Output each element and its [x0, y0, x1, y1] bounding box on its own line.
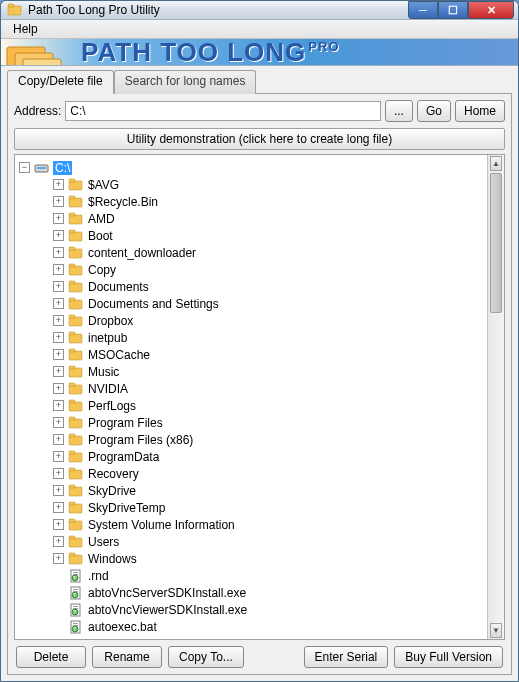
go-button[interactable]: Go	[417, 100, 451, 122]
expand-icon[interactable]	[53, 400, 64, 411]
tree-node-label: Program Files (x86)	[87, 433, 194, 447]
expand-icon[interactable]	[53, 366, 64, 377]
tree-node[interactable]: inetpub	[17, 329, 485, 346]
expand-icon[interactable]	[53, 451, 64, 462]
folder-icon	[68, 314, 84, 328]
expand-icon[interactable]	[53, 196, 64, 207]
tree-node[interactable]: MSOCache	[17, 346, 485, 363]
expand-icon[interactable]	[53, 281, 64, 292]
svg-rect-26	[69, 334, 82, 343]
expand-icon[interactable]	[53, 519, 64, 530]
maximize-button[interactable]: ☐	[438, 1, 468, 19]
content-area: Copy/Delete file Search for long names A…	[1, 66, 518, 681]
scroll-thumb[interactable]	[490, 173, 502, 313]
svg-rect-8	[69, 181, 82, 190]
svg-rect-32	[69, 385, 82, 394]
expand-icon[interactable]	[53, 383, 64, 394]
tree-node[interactable]: System Volume Information	[17, 516, 485, 533]
tree-node[interactable]: $AVG	[17, 176, 485, 193]
tree-node[interactable]: Documents	[17, 278, 485, 295]
file-tree[interactable]: C:\$AVG$Recycle.BinAMDBootcontent_downlo…	[15, 155, 487, 639]
expand-icon[interactable]	[53, 247, 64, 258]
demo-button[interactable]: Utility demonstration (click here to cre…	[14, 128, 505, 150]
scrollbar[interactable]: ▲ ▼	[487, 155, 504, 639]
tree-node[interactable]: Documents and Settings	[17, 295, 485, 312]
folder-icon	[68, 280, 84, 294]
svg-rect-36	[69, 419, 82, 428]
collapse-icon[interactable]	[19, 162, 30, 173]
svg-rect-9	[69, 179, 75, 182]
svg-rect-47	[69, 502, 75, 505]
expand-icon[interactable]	[53, 434, 64, 445]
rename-button[interactable]: Rename	[92, 646, 162, 668]
delete-button[interactable]: Delete	[16, 646, 86, 668]
tree-node[interactable]: Windows	[17, 550, 485, 567]
address-input[interactable]	[65, 101, 381, 121]
folder-icon	[68, 263, 84, 277]
tree-node[interactable]: $Recycle.Bin	[17, 193, 485, 210]
expand-icon[interactable]	[53, 264, 64, 275]
home-button[interactable]: Home	[455, 100, 505, 122]
svg-rect-17	[69, 247, 75, 250]
scroll-up-button[interactable]: ▲	[490, 156, 502, 171]
expand-icon[interactable]	[53, 213, 64, 224]
tree-node[interactable]: Program Files (x86)	[17, 431, 485, 448]
buy-full-version-button[interactable]: Buy Full Version	[394, 646, 503, 668]
folder-icon	[68, 348, 84, 362]
tree-node[interactable]: Music	[17, 363, 485, 380]
scroll-down-button[interactable]: ▼	[490, 623, 502, 638]
tree-node-label: $AVG	[87, 178, 120, 192]
tree-node[interactable]: Boot	[17, 227, 485, 244]
tree-node[interactable]: content_downloader	[17, 244, 485, 261]
tree-node[interactable]: Recovery	[17, 465, 485, 482]
tree-node[interactable]: ?abtoVncViewerSDKInstall.exe	[17, 601, 485, 618]
tree-node[interactable]: ?abtoVncServerSDKInstall.exe	[17, 584, 485, 601]
banner-logo-icon: ✕	[1, 39, 73, 65]
svg-rect-11	[69, 196, 75, 199]
tree-node[interactable]: SkyDriveTemp	[17, 499, 485, 516]
expand-icon[interactable]	[53, 230, 64, 241]
expand-icon[interactable]	[53, 298, 64, 309]
action-buttons: Delete Rename Copy To... Enter Serial Bu…	[14, 646, 505, 668]
expand-icon[interactable]	[53, 417, 64, 428]
tree-root[interactable]: C:\	[17, 159, 485, 176]
titlebar[interactable]: Path Too Long Pro Utility ─ ☐ ✕	[1, 1, 518, 20]
expand-icon[interactable]	[53, 536, 64, 547]
tree-node[interactable]: ?autoexec.bat	[17, 618, 485, 635]
tree-node[interactable]: Program Files	[17, 414, 485, 431]
app-window: Path Too Long Pro Utility ─ ☐ ✕ Help ✕ P…	[0, 0, 519, 682]
tab-search-long-names[interactable]: Search for long names	[114, 70, 257, 94]
svg-rect-33	[69, 383, 75, 386]
expand-icon[interactable]	[53, 179, 64, 190]
tree-node[interactable]: Copy	[17, 261, 485, 278]
folder-icon	[68, 229, 84, 243]
expand-icon[interactable]	[53, 553, 64, 564]
close-button[interactable]: ✕	[468, 1, 514, 19]
menu-help[interactable]: Help	[7, 20, 44, 38]
enter-serial-button[interactable]: Enter Serial	[304, 646, 389, 668]
tree-node[interactable]: AMD	[17, 210, 485, 227]
expand-icon[interactable]	[53, 485, 64, 496]
copy-to-button[interactable]: Copy To...	[168, 646, 244, 668]
expand-icon[interactable]	[53, 315, 64, 326]
tree-node[interactable]: NVIDIA	[17, 380, 485, 397]
expand-icon[interactable]	[53, 332, 64, 343]
tree-node[interactable]: SkyDrive	[17, 482, 485, 499]
svg-rect-13	[69, 213, 75, 216]
tree-node[interactable]: ProgramData	[17, 448, 485, 465]
tree-node[interactable]: Dropbox	[17, 312, 485, 329]
browse-button[interactable]: ...	[385, 100, 413, 122]
svg-rect-0	[8, 6, 21, 15]
expand-icon[interactable]	[53, 502, 64, 513]
tab-strip: Copy/Delete file Search for long names	[7, 70, 512, 94]
tree-node[interactable]: ?.rnd	[17, 567, 485, 584]
tab-copy-delete[interactable]: Copy/Delete file	[7, 70, 114, 94]
expand-icon[interactable]	[53, 349, 64, 360]
expand-icon[interactable]	[53, 468, 64, 479]
svg-rect-35	[69, 400, 75, 403]
tree-node[interactable]: PerfLogs	[17, 397, 485, 414]
svg-rect-53	[69, 553, 75, 556]
minimize-button[interactable]: ─	[408, 1, 438, 19]
tree-node[interactable]: Users	[17, 533, 485, 550]
tree-node-label: .rnd	[87, 569, 110, 583]
